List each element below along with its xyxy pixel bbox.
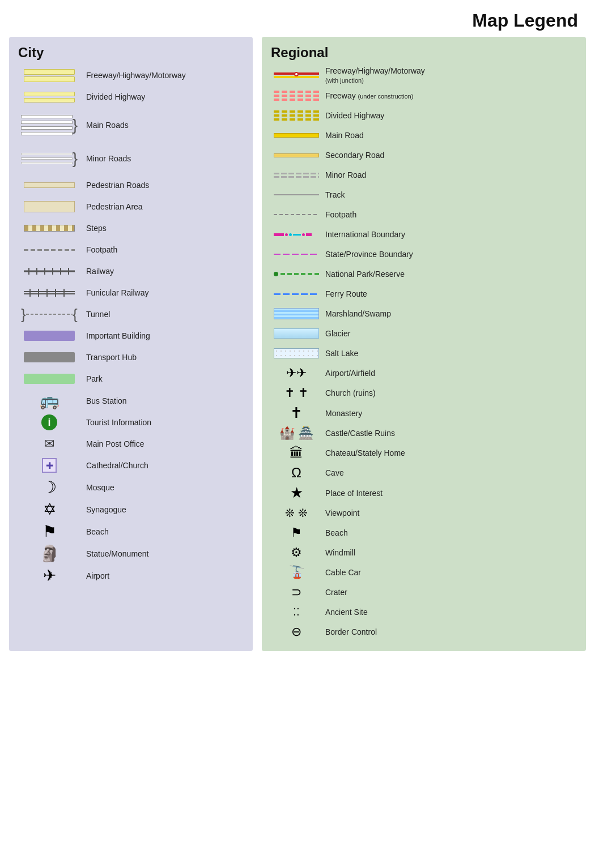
beach-city-symbol: ⚑ — [18, 522, 80, 541]
minor-roads-bracket: } — [73, 151, 78, 166]
ped-roads-label: Pedestrian Roads — [80, 181, 149, 190]
synagogue-label: Synagogue — [80, 505, 126, 514]
castle-symbol: 🏰 🏯 — [271, 426, 322, 441]
glacier-label: Glacier — [322, 329, 350, 338]
border-control-icon: ⊖ — [291, 625, 301, 639]
bus-station-label: Bus Station — [80, 396, 127, 405]
list-item: National Park/Reserve — [271, 266, 577, 283]
park-label: Park — [80, 374, 103, 383]
track-label: Track — [322, 190, 345, 199]
tunnel-right-bracket: } — [73, 306, 78, 323]
cave-icon: Ω — [291, 465, 301, 481]
castle-icon: 🏰 🏯 — [279, 426, 313, 441]
border-control-label: Border Control — [322, 627, 377, 636]
list-item: ⚙ Windmill — [271, 544, 577, 561]
list-item: Salt Lake — [271, 345, 577, 362]
post-office-symbol: ✉ — [18, 437, 80, 451]
freeway-uc-label: Freeway (under construction) — [322, 91, 413, 100]
list-item: Freeway/Highway/Motorway (with junction) — [271, 66, 577, 84]
list-item: Ferry Route — [271, 285, 577, 302]
list-item: } Minor Roads — [18, 144, 244, 173]
mosque-symbol: ☽ — [18, 478, 80, 497]
state-boundary-symbol — [271, 254, 322, 255]
minor-road-reg-symbol — [271, 173, 322, 178]
beach-reg-label: Beach — [322, 528, 348, 537]
list-item: ❊ ❊ Viewpoint — [271, 504, 577, 521]
salt-lake-symbol — [271, 348, 322, 358]
cross-box-icon: ✚ — [42, 458, 57, 473]
statue-label: Statue/Monument — [80, 549, 149, 558]
monastery-symbol: ✝ — [271, 404, 322, 422]
airport-airfield-label: Airport/Airfield — [322, 369, 375, 378]
post-office-label: Main Post Office — [80, 439, 144, 448]
monastery-cross-icon: ✝ — [290, 404, 303, 422]
list-item: ⊖ Border Control — [271, 623, 577, 640]
church-ruins-label: Church (ruins) — [322, 388, 376, 397]
imp-building-label: Important Building — [80, 331, 150, 340]
list-item: } } Tunnel — [18, 305, 244, 323]
cable-car-icon: 🚡 — [289, 565, 304, 580]
tunnel-symbol: } } — [18, 306, 80, 323]
bus-station-symbol: 🚌 — [18, 391, 80, 410]
divided-hwy-reg-symbol — [271, 110, 322, 121]
sec-road-symbol — [271, 153, 322, 157]
cable-car-label: Cable Car — [322, 568, 361, 577]
list-item: ⚑ Beach — [271, 524, 577, 541]
list-item: Marshland/Swamp — [271, 305, 577, 322]
star-icon: ★ — [290, 484, 303, 502]
list-item: Railway — [18, 262, 244, 280]
airport-airfield-symbol: ✈✈ — [271, 366, 322, 380]
funicular-symbol — [18, 289, 80, 297]
list-item: } Main Roads — [18, 109, 244, 141]
tunnel-label: Tunnel — [80, 310, 110, 319]
ped-area-symbol — [18, 201, 80, 212]
airport-icon: ✈ — [43, 566, 56, 585]
statue-icon: 🗿 — [40, 544, 60, 563]
list-item: Footpath — [18, 241, 244, 259]
poi-symbol: ★ — [271, 484, 322, 502]
beach-reg-symbol: ⚑ — [271, 525, 322, 540]
minor-road-reg-label: Minor Road — [322, 170, 366, 179]
list-item: Main Road — [271, 127, 577, 144]
divided-hwy-city-label: Divided Highway — [80, 92, 145, 101]
list-item: Pedestrian Roads — [18, 176, 244, 194]
star-of-david-icon: ✡ — [43, 500, 56, 519]
info-icon: i — [41, 414, 57, 430]
ped-area-label: Pedestrian Area — [80, 202, 143, 211]
poi-label: Place of Interest — [322, 489, 382, 498]
cable-car-symbol: 🚡 — [271, 565, 322, 580]
windmill-label: Windmill — [322, 548, 355, 557]
funicular-label: Funicular Railway — [80, 288, 148, 297]
railway-label: Railway — [80, 267, 114, 276]
cross-ruins-icon: ✝ ✝ — [284, 386, 308, 400]
list-item: 🚡 Cable Car — [271, 564, 577, 581]
list-item: ★ Place of Interest — [271, 484, 577, 502]
glacier-symbol — [271, 328, 322, 339]
viewpoint-symbol: ❊ ❊ — [271, 506, 322, 520]
list-item: 🚌 Bus Station — [18, 391, 244, 410]
freeway-city-symbol — [18, 69, 80, 82]
ancient-site-icon: ⁚⁚ — [293, 606, 300, 618]
crater-label: Crater — [322, 588, 347, 597]
monastery-label: Monastery — [322, 409, 362, 418]
railway-symbol — [18, 268, 80, 275]
list-item: Pedestrian Area — [18, 198, 244, 216]
list-item: ✉ Main Post Office — [18, 435, 244, 453]
list-item: ⚑ Beach — [18, 522, 244, 541]
ped-roads-symbol — [18, 182, 80, 188]
tourist-info-label: Tourist Information — [80, 418, 151, 427]
natl-park-symbol — [271, 272, 322, 276]
city-panel: City Freeway/Highway/Motorway Divided Hi… — [9, 37, 253, 651]
ancient-site-symbol: ⁚⁚ — [271, 606, 322, 618]
sec-road-label: Secondary Road — [322, 151, 384, 160]
mosque-label: Mosque — [80, 483, 114, 492]
cave-symbol: Ω — [271, 465, 322, 481]
list-item: Glacier — [271, 325, 577, 342]
steps-label: Steps — [80, 224, 107, 233]
list-item: Ω Cave — [271, 464, 577, 481]
bus-icon: 🚌 — [40, 391, 60, 410]
beach-flag-icon: ⚑ — [42, 522, 57, 541]
steps-symbol — [18, 225, 80, 232]
imp-building-symbol — [18, 331, 80, 341]
minor-roads-city-symbol: } — [18, 151, 80, 166]
